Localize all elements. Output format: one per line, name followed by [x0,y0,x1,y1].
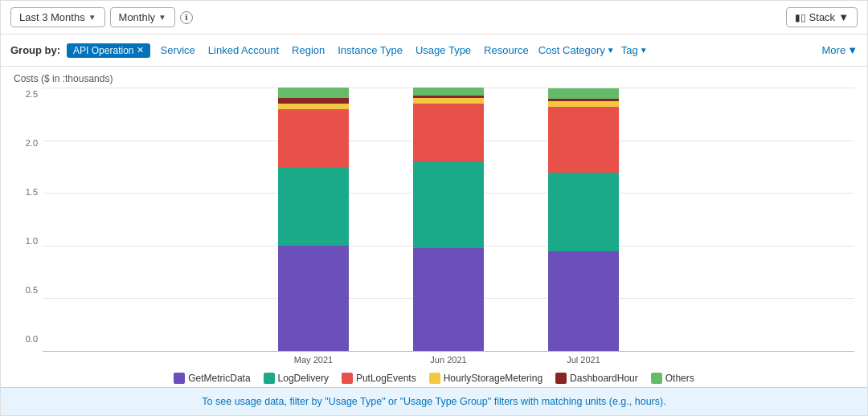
y-label-00: 0.0 [26,334,38,344]
x-axis-labels: May 2021 Jun 2021 Jul 2021 [43,352,854,366]
bar-segment-1 [278,167,349,246]
bar-segment-3 [278,104,349,109]
bar-segment-2 [413,104,484,161]
stacked-bar-jul [548,88,619,351]
bar-segment-5 [548,88,619,99]
stacked-bar-may [278,88,349,351]
legend-color-box [264,373,275,384]
chart-area: Costs ($ in :thousands) 2.5 2.0 1.5 1.0 … [1,67,867,387]
y-label-10: 1.0 [26,236,38,246]
legend-label: HourlyStorageMetering [444,373,542,384]
bar-segment-3 [548,101,619,107]
x-label-jun: Jun 2021 [413,355,484,365]
period-label: Last 3 Months [19,11,85,23]
bar-segment-3 [413,98,484,104]
legend-item: GetMetricData [174,373,250,384]
toolbar-right: ▮▯ Stack ▼ [786,7,858,27]
stack-label: Stack [809,11,836,23]
bar-segment-0 [278,246,349,351]
stack-dropdown[interactable]: ▮▯ Stack ▼ [786,7,858,27]
nav-instance-type[interactable]: Instance Type [334,43,406,58]
nav-linked-account[interactable]: Linked Account [205,43,282,58]
y-axis: 2.5 2.0 1.5 1.0 0.5 0.0 [14,88,43,366]
legend-label: DashboardHour [570,373,638,384]
groupby-label: Group by: [10,44,60,56]
bar-segment-4 [278,98,349,104]
bar-group-may [278,88,349,351]
bar-segment-0 [548,251,619,351]
stack-arrow-icon: ▼ [838,11,849,23]
granularity-label: Monthly [119,11,156,23]
bar-segment-1 [413,161,484,248]
toolbar: Last 3 Months ▼ Monthly ▼ ℹ ▮▯ Stack ▼ [1,1,867,35]
chart-body: 2.5 2.0 1.5 1.0 0.5 0.0 [14,88,854,366]
y-label-05: 0.5 [26,285,38,295]
bar-segment-0 [413,248,484,351]
more-label: More [822,44,846,56]
more-dropdown[interactable]: More ▼ [822,44,858,56]
legend-item: LogDelivery [264,373,329,384]
y-label-20: 2.0 [26,138,38,148]
toolbar-left: Last 3 Months ▼ Monthly ▼ ℹ [10,7,780,27]
period-dropdown[interactable]: Last 3 Months ▼ [10,7,105,27]
bar-group-jul [548,88,619,351]
groupby-bar: Group by: API Operation ✕ Service Linked… [1,35,867,67]
nav-usage-type[interactable]: Usage Type [412,43,474,58]
groupby-tag-close-icon[interactable]: ✕ [137,45,144,55]
legend-item: PutLogEvents [342,373,416,384]
legend-label: GetMetricData [188,373,250,384]
legend-color-box [429,373,440,384]
info-icon[interactable]: ℹ [180,11,193,24]
cost-category-label: Cost Category [538,44,605,56]
banner-text: To see usage data, filter by "Usage Type… [202,396,665,407]
y-label-25: 2.5 [26,89,38,99]
y-label-15: 1.5 [26,187,38,197]
bar-chart-icon: ▮▯ [795,12,806,23]
bar-segment-1 [548,173,619,251]
groupby-tag-label: API Operation [73,45,133,56]
bar-segment-2 [278,109,349,167]
nav-region[interactable]: Region [289,43,328,58]
nav-service[interactable]: Service [157,43,198,58]
cost-category-dropdown[interactable]: Cost Category ▼ [538,44,615,56]
bars-row [43,88,854,352]
legend-item: HourlyStorageMetering [429,373,542,384]
tag-arrow-icon: ▼ [640,46,648,55]
nav-resource[interactable]: Resource [481,43,532,58]
stacked-bar-jun [413,88,484,351]
more-arrow-icon: ▼ [847,44,858,56]
legend-color-box [651,373,662,384]
bar-segment-2 [548,107,619,173]
bar-group-jun [413,88,484,351]
legend-item: DashboardHour [555,373,638,384]
legend-label: LogDelivery [278,373,329,384]
bar-segment-5 [278,88,349,98]
legend-item: Others [651,373,694,384]
cost-category-arrow-icon: ▼ [607,46,615,55]
period-arrow-icon: ▼ [88,13,96,22]
x-label-may: May 2021 [278,355,349,365]
groupby-tag: API Operation ✕ [67,43,150,58]
granularity-dropdown[interactable]: Monthly ▼ [110,7,175,27]
legend-color-box [174,373,185,384]
plot-area: May 2021 Jun 2021 Jul 2021 [43,88,854,366]
tag-label: Tag [621,44,638,56]
chart-title: Costs ($ in :thousands) [14,73,854,84]
tag-dropdown[interactable]: Tag ▼ [621,44,648,56]
x-label-jul: Jul 2021 [548,355,619,365]
granularity-arrow-icon: ▼ [158,13,166,22]
bar-segment-5 [413,88,484,96]
legend-label: PutLogEvents [356,373,416,384]
legend-label: Others [665,373,694,384]
app-container: Last 3 Months ▼ Monthly ▼ ℹ ▮▯ Stack ▼ G… [0,0,868,416]
legend-color-box [555,373,567,384]
info-banner: To see usage data, filter by "Usage Type… [1,387,867,415]
legend-color-box [342,373,353,384]
bars-plot [43,88,854,352]
chart-legend: GetMetricDataLogDeliveryPutLogEventsHour… [14,366,854,387]
